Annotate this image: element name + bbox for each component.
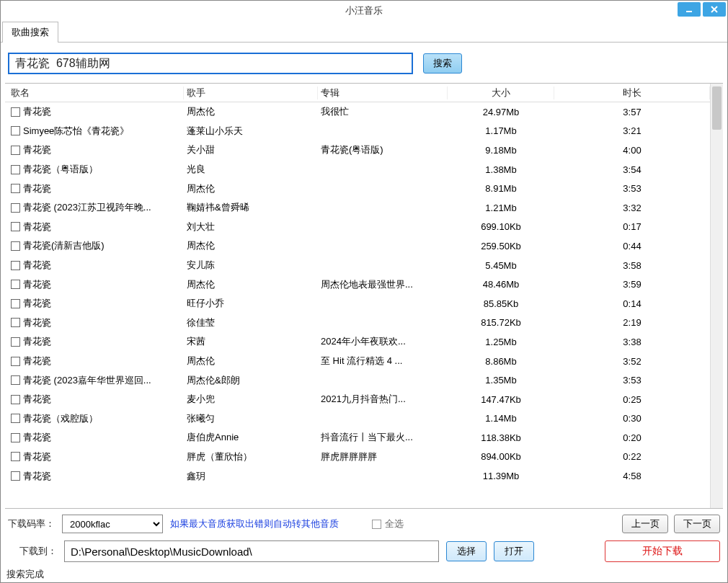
row-checkbox[interactable] [11,299,20,308]
row-checkbox[interactable] [11,337,20,347]
col-artist[interactable]: 歌手 [184,86,318,99]
table-row[interactable]: 青花瓷麦小兜2021九月抖音热门...147.47Kb0:25 [5,390,710,409]
table-row[interactable]: 青花瓷刘大壮699.10Kb0:17 [5,218,710,237]
pagination: 上一页 下一页 [622,515,720,533]
row-checkbox[interactable] [11,280,20,289]
minimize-button[interactable] [678,2,701,17]
cell-name: 青花瓷 [8,393,184,406]
start-download-button[interactable]: 开始下载 [605,540,720,562]
row-checkbox[interactable] [11,433,20,442]
table-row[interactable]: 青花瓷关小甜青花瓷(粤语版)9.18Mb4:00 [5,141,710,160]
cell-duration: 3:38 [554,337,710,347]
table-row[interactable]: 青花瓷周杰伦8.91Mb3:53 [5,179,710,198]
select-all-checkbox[interactable] [372,520,381,529]
results-table: 歌名 歌手 专辑 大小 时长 青花瓷周杰伦我很忙24.97Mb3:57Simye… [5,84,710,508]
row-checkbox[interactable] [11,318,20,327]
tab-song-search[interactable]: 歌曲搜索 [2,22,58,43]
table-row[interactable]: 青花瓷周杰伦周杰伦地表最强世界...48.46Mb3:59 [5,275,710,294]
table-row[interactable]: 青花瓷（粤语版）光良1.38Mb3:54 [5,160,710,179]
song-name: 青花瓷 [23,355,51,368]
cell-album: 我很忙 [318,105,448,118]
song-name: 青花瓷 [23,221,51,233]
cell-name: Simyee陈芯怡《青花瓷》 [8,125,184,138]
next-page-button[interactable]: 下一页 [674,515,720,533]
close-button[interactable] [703,2,726,17]
cell-album: 周杰伦地表最强世界... [318,278,448,291]
row-checkbox[interactable] [11,471,20,481]
cell-duration: 0:25 [554,394,710,405]
search-input[interactable] [8,53,413,74]
table-row[interactable]: 青花瓷旺仔小乔85.85Kb0:14 [5,294,710,313]
cell-size: 1.25Mb [448,337,554,347]
bitrate-select[interactable]: 2000kflac [62,515,163,533]
row-checkbox[interactable] [11,203,20,213]
prev-page-button[interactable]: 上一页 [622,515,668,533]
table-row[interactable]: 青花瓷胖虎（董欣怡）胖虎胖胖胖胖894.00Kb0:22 [5,448,710,467]
row-checkbox[interactable] [11,261,20,270]
song-name: 青花瓷 [23,105,51,118]
table-row[interactable]: 青花瓷（戏腔版）张曦匀1.14Mb0:30 [5,409,710,429]
row-checkbox[interactable] [11,452,20,461]
row-checkbox[interactable] [11,375,20,385]
vertical-scrollbar[interactable] [710,84,723,508]
row-checkbox[interactable] [11,222,20,231]
select-folder-button[interactable]: 选择 [446,541,487,561]
footer-row-path: 下载到： 选择 打开 开始下载 [8,540,720,562]
cell-artist: 周杰伦 [184,239,318,252]
cell-size: 9.18Mb [448,145,554,156]
row-checkbox[interactable] [11,165,20,174]
cell-size: 48.46Mb [448,279,554,290]
cell-album: 胖虎胖胖胖胖 [318,450,448,463]
table-row[interactable]: 青花瓷周杰伦我很忙24.97Mb3:57 [5,102,710,122]
open-folder-button[interactable]: 打开 [494,541,534,561]
cell-artist: 周杰伦 [184,278,318,291]
cell-size: 1.38Mb [448,164,554,175]
row-checkbox[interactable] [11,395,20,404]
cell-duration: 3:53 [554,183,710,194]
song-name: 青花瓷(清新吉他版) [23,239,105,252]
table-row[interactable]: 青花瓷 (2023嘉年华世界巡回...周杰伦&郎朗1.35Mb3:53 [5,370,710,390]
cell-artist: 张曦匀 [184,412,318,425]
table-row[interactable]: 青花瓷徐佳莹815.72Kb2:19 [5,313,710,333]
col-duration[interactable]: 时长 [554,86,710,99]
song-name: Simyee陈芯怡《青花瓷》 [23,125,129,138]
song-name: 青花瓷 [23,316,51,329]
song-name: 青花瓷 [23,335,51,348]
cell-artist: 周杰伦 [184,105,318,118]
song-name: 青花瓷 [23,182,51,195]
cell-size: 11.39Mb [448,471,554,481]
cell-artist: 关小甜 [184,143,318,156]
table-row[interactable]: 青花瓷唐伯虎Annie抖音流行丨当下最火...118.38Kb0:20 [5,428,710,448]
cell-artist: 鑫玥 [184,470,318,483]
scrollbar-thumb[interactable] [712,86,722,130]
col-album[interactable]: 专辑 [318,86,448,99]
table-row[interactable]: 青花瓷周杰伦至 Hit 流行精选 4 ...8.86Mb3:52 [5,352,710,371]
cell-duration: 0:30 [554,413,710,424]
row-checkbox[interactable] [11,357,20,366]
table-row[interactable]: 青花瓷 (2023江苏卫视跨年晚...鞠婧祎&曾舜晞1.21Mb3:32 [5,198,710,218]
cell-size: 85.85Kb [448,298,554,309]
cell-name: 青花瓷 [8,297,184,310]
row-checkbox[interactable] [11,146,20,155]
row-checkbox[interactable] [11,126,20,135]
bitrate-note: 如果最大音质获取出错则自动转其他音质 [170,517,339,530]
row-checkbox[interactable] [11,107,20,117]
download-path-input[interactable] [64,540,439,562]
app-window: 小汪音乐 歌曲搜索 搜索 歌名 歌手 专辑 大小 时长 青花瓷周杰伦我很忙24.… [0,0,728,583]
cell-size: 1.14Mb [448,413,554,424]
table-row[interactable]: 青花瓷鑫玥11.39Mb4:58 [5,466,710,486]
select-all[interactable]: 全选 [372,517,404,530]
cell-duration: 4:00 [554,145,710,156]
col-size[interactable]: 大小 [448,86,554,99]
table-row[interactable]: 青花瓷安儿陈5.45Mb3:58 [5,256,710,275]
table-row[interactable]: Simyee陈芯怡《青花瓷》蓬莱山小乐天1.17Mb3:21 [5,122,710,141]
cell-duration: 3:54 [554,164,710,175]
cell-artist: 蓬莱山小乐天 [184,125,318,138]
row-checkbox[interactable] [11,414,20,423]
row-checkbox[interactable] [11,184,20,193]
table-row[interactable]: 青花瓷(清新吉他版)周杰伦259.50Kb0:44 [5,236,710,256]
row-checkbox[interactable] [11,241,20,251]
search-button[interactable]: 搜索 [423,53,462,74]
col-name[interactable]: 歌名 [8,86,184,99]
table-row[interactable]: 青花瓷宋茜2024年小年夜联欢...1.25Mb3:38 [5,332,710,352]
